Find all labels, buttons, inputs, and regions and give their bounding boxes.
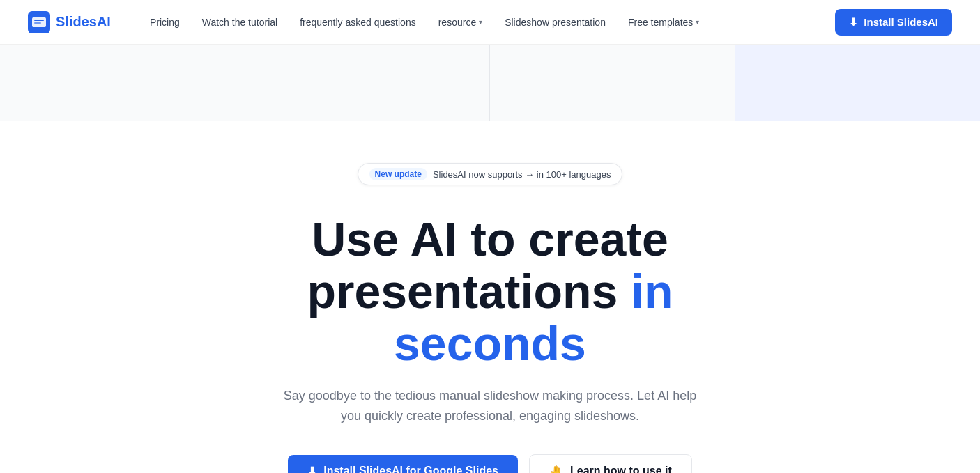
nav-resource[interactable]: resource ▾ — [427, 11, 493, 33]
svg-rect-3 — [34, 22, 41, 24]
templates-chevron-icon: ▾ — [696, 18, 699, 26]
logo-text: SlidesAI — [56, 14, 111, 30]
svg-rect-2 — [34, 20, 44, 21]
install-download-icon: ⬇ — [307, 465, 316, 473]
resource-chevron-icon: ▾ — [479, 18, 482, 26]
hero-buttons: ⬇ Install SlidesAI for Google Slides 🤚 L… — [288, 454, 692, 473]
nav-install-button[interactable]: ⬇ Install SlidesAI — [835, 9, 952, 36]
install-button-label: Install SlidesAI for Google Slides — [323, 465, 498, 473]
hero-subtitle: Say goodbye to the tedious manual slides… — [281, 386, 699, 426]
hero-section: New update SlidesAI now supports → in 10… — [0, 45, 980, 473]
install-slides-button[interactable]: ⬇ Install SlidesAI for Google Slides — [288, 455, 518, 473]
nav-slideshow[interactable]: Slideshow presentation — [493, 11, 617, 33]
nav-watch-tutorial[interactable]: Watch the tutorial — [191, 11, 289, 33]
learn-button-label: Learn how to use it — [570, 465, 672, 473]
badge-new-label: New update — [369, 168, 427, 180]
nav-faq[interactable]: frequently asked questions — [289, 11, 427, 33]
hero-title-part1: Use AI to create presentations — [307, 212, 668, 318]
logo[interactable]: SlidesAI — [28, 11, 111, 33]
hero-title: Use AI to create presentations in second… — [176, 213, 804, 369]
nav-pricing[interactable]: Pricing — [139, 11, 191, 33]
nav-free-templates[interactable]: Free templates ▾ — [617, 11, 710, 33]
logo-icon — [28, 11, 50, 33]
nav-download-icon: ⬇ — [849, 16, 858, 29]
nav-links: Pricing Watch the tutorial frequently as… — [139, 11, 835, 33]
learn-hand-icon: 🤚 — [549, 465, 563, 473]
hero-title-highlight2: seconds — [394, 317, 586, 370]
hero-title-highlight1: in — [631, 265, 673, 318]
badge-message: SlidesAI now supports → in 100+ language… — [433, 169, 611, 180]
navbar: SlidesAI Pricing Watch the tutorial freq… — [0, 0, 980, 45]
nav-install-label: Install SlidesAI — [864, 16, 938, 28]
update-badge[interactable]: New update SlidesAI now supports → in 10… — [358, 163, 623, 185]
learn-how-button[interactable]: 🤚 Learn how to use it — [529, 454, 692, 473]
